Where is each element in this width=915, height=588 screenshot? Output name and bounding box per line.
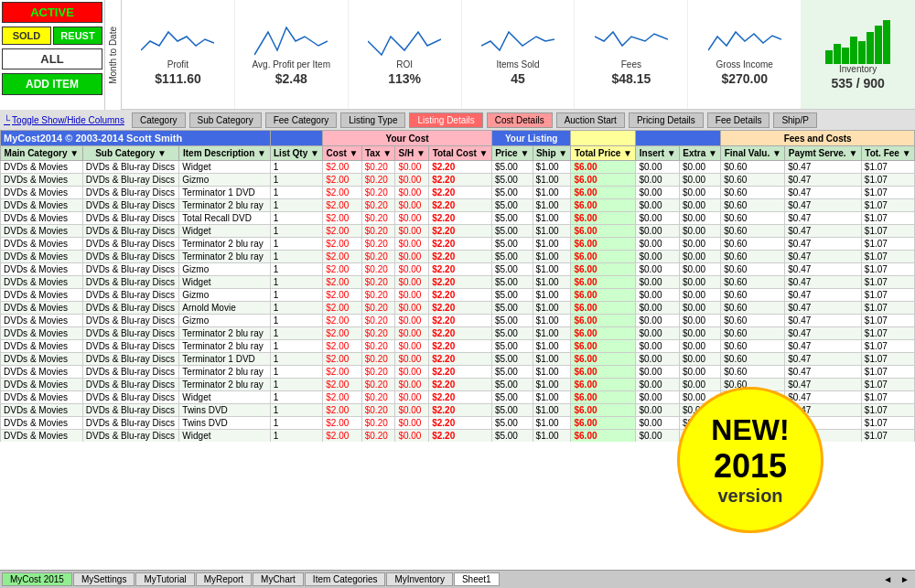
- inv-bar-5: [858, 41, 866, 64]
- table-row: DVDs & MoviesDVDs & Blu-ray DiscsTermina…: [1, 366, 915, 379]
- tab-myreport[interactable]: MyReport: [196, 572, 252, 586]
- table-row: DVDs & MoviesDVDs & Blu-ray DiscsGizmo1$…: [1, 263, 915, 276]
- table-row: DVDs & MoviesDVDs & Blu-ray DiscsWidget1…: [1, 225, 915, 238]
- tab-ship[interactable]: Ship/P: [773, 112, 816, 128]
- tab-item-categories[interactable]: Item Categories: [305, 572, 386, 586]
- tab-mycost2015[interactable]: MyCost 2015: [2, 572, 72, 586]
- table-row: DVDs & MoviesDVDs & Blu-ray DiscsTotal R…: [1, 212, 915, 225]
- profit-sparkline: [141, 23, 214, 59]
- tab-mytutorial[interactable]: MyTutorial: [135, 572, 194, 586]
- table-row: DVDs & MoviesDVDs & Blu-ray DiscsGizmo1$…: [1, 315, 915, 327]
- col-tax: Tax ▼: [361, 146, 395, 161]
- table-row: DVDs & MoviesDVDs & Blu-ray DiscsTermina…: [1, 353, 915, 366]
- all-button[interactable]: ALL: [2, 48, 102, 69]
- avg-profit-value: $2.48: [275, 71, 307, 86]
- table-row: DVDs & MoviesDVDs & Blu-ray DiscsWidget1…: [1, 161, 915, 174]
- col-sh: S/H ▼: [395, 146, 429, 161]
- tab-mychart[interactable]: MyChart: [253, 572, 304, 586]
- profit-value: $111.60: [155, 71, 201, 86]
- chart-gross-income: Gross Income $270.00: [688, 0, 802, 109]
- chart-items-sold: Items Sold 45: [462, 0, 576, 109]
- table-row: DVDs & MoviesDVDs & Blu-ray DiscsArnold …: [1, 302, 915, 315]
- sheet-nav-left[interactable]: ◄: [879, 572, 896, 586]
- sold-reust-row: SOLD REUST: [2, 27, 102, 45]
- tab-mysettings[interactable]: MySettings: [73, 572, 135, 586]
- your-cost-header: Your Cost: [323, 131, 492, 146]
- month-to-date-text: Month to Date: [108, 27, 118, 84]
- reust-button[interactable]: REUST: [53, 27, 102, 45]
- gross-income-sparkline: [708, 23, 781, 59]
- col-item-description: Item Description ▼: [179, 146, 270, 161]
- tab-auction-start[interactable]: Auction Start: [556, 112, 625, 128]
- inventory-title: Inventory: [839, 64, 877, 74]
- table-row: DVDs & MoviesDVDs & Blu-ray DiscsTermina…: [1, 187, 915, 199]
- col-tot-fee: Tot. Fee ▼: [861, 146, 914, 161]
- col-insert: Insert ▼: [636, 146, 680, 161]
- table-row: DVDs & MoviesDVDs & Blu-ray DiscsTermina…: [1, 199, 915, 212]
- fees-value: $48.15: [611, 71, 651, 86]
- toolbar: └Toggle Show/Hide Columns Category Sub C…: [0, 110, 915, 130]
- tab-listing-details[interactable]: Listing Details: [409, 112, 482, 128]
- tab-sub-category[interactable]: Sub Category: [189, 112, 262, 128]
- active-button[interactable]: ACTIVE: [2, 2, 102, 23]
- toggle-link[interactable]: └Toggle Show/Hide Columns: [4, 115, 124, 125]
- new-badge-version-text: version: [717, 486, 782, 507]
- add-item-button[interactable]: ADD ITEM: [2, 73, 102, 95]
- profit-title: Profit: [167, 59, 188, 69]
- fees-costs-header: Fees and Costs: [721, 131, 915, 146]
- table-row: DVDs & MoviesDVDs & Blu-ray DiscsTermina…: [1, 340, 915, 353]
- table-row: DVDs & MoviesDVDs & Blu-ray DiscsWidget1…: [1, 276, 915, 289]
- items-sold-title: Items Sold: [496, 59, 539, 69]
- col-paymt: Paymt Serve. ▼: [785, 146, 862, 161]
- table-row: DVDs & MoviesDVDs & Blu-ray DiscsGizmo1$…: [1, 289, 915, 302]
- table-row: DVDs & MoviesDVDs & Blu-ray DiscsTermina…: [1, 379, 915, 391]
- new-badge: NEW! 2015 version: [677, 387, 824, 533]
- col-list-qty: List Qty ▼: [270, 146, 323, 161]
- items-sold-value: 45: [511, 71, 525, 86]
- tab-listing-type[interactable]: Listing Type: [340, 112, 405, 128]
- col-total-cost: Total Cost ▼: [429, 146, 492, 161]
- col-main-category: Main Category ▼: [1, 146, 83, 161]
- tab-fee-category[interactable]: Fee Category: [265, 112, 338, 128]
- roi-value: 113%: [388, 71, 421, 86]
- sheet-nav-right[interactable]: ►: [897, 572, 913, 586]
- your-listing-header: Your Listing: [491, 131, 571, 146]
- inv-bar-1: [825, 50, 833, 64]
- bottom-tabs: MyCost 2015 MySettings MyTutorial MyRepo…: [0, 570, 915, 588]
- month-label: Month to Date: [105, 0, 122, 110]
- table-title: MyCost2014 © 2003-2014 Scott Smith: [1, 131, 271, 146]
- items-sold-sparkline: [481, 23, 554, 59]
- inv-bar-3: [842, 48, 849, 64]
- top-bar: ACTIVE SOLD REUST ALL ADD ITEM Month to …: [0, 0, 915, 110]
- col-sub-category: Sub Category ▼: [82, 146, 179, 161]
- tab-sheet1[interactable]: Sheet1: [454, 572, 500, 586]
- table-row: DVDs & MoviesDVDs & Blu-ray DiscsTermina…: [1, 238, 915, 251]
- tab-fee-details[interactable]: Fee Details: [707, 112, 770, 128]
- chart-roi: ROI 113%: [349, 0, 462, 109]
- inventory-bars: [825, 18, 890, 64]
- avg-profit-sparkline: [254, 23, 328, 59]
- col-ship: Ship ▼: [533, 146, 571, 161]
- chart-fees: Fees $48.15: [575, 0, 688, 109]
- charts-area: Profit $111.60 Avg. Profit per Item $2.4…: [122, 0, 915, 110]
- roi-title: ROI: [396, 59, 413, 69]
- inv-bar-2: [834, 44, 841, 64]
- inv-bar-8: [883, 20, 890, 64]
- chart-avg-profit: Avg. Profit per Item $2.48: [235, 0, 349, 109]
- tab-category[interactable]: Category: [132, 112, 186, 128]
- table-row: DVDs & MoviesDVDs & Blu-ray DiscsGizmo1$…: [1, 174, 915, 187]
- tab-pricing-details[interactable]: Pricing Details: [629, 112, 704, 128]
- col-price: Price ▼: [491, 146, 533, 161]
- tab-myinventory[interactable]: MyInventory: [386, 572, 452, 586]
- sold-button[interactable]: SOLD: [2, 27, 51, 45]
- fees-title: Fees: [621, 59, 641, 69]
- inventory-value: 535 / 900: [831, 76, 884, 91]
- new-badge-year-text: 2015: [714, 447, 787, 486]
- left-panel: ACTIVE SOLD REUST ALL ADD ITEM: [0, 0, 105, 110]
- col-total-price: Total Price ▼: [571, 146, 636, 161]
- col-final-val: Final Valu. ▼: [721, 146, 785, 161]
- tab-cost-details[interactable]: Cost Details: [487, 112, 553, 128]
- inv-bar-7: [875, 26, 882, 64]
- col-extra: Extra ▼: [679, 146, 720, 161]
- roi-sparkline: [368, 23, 441, 59]
